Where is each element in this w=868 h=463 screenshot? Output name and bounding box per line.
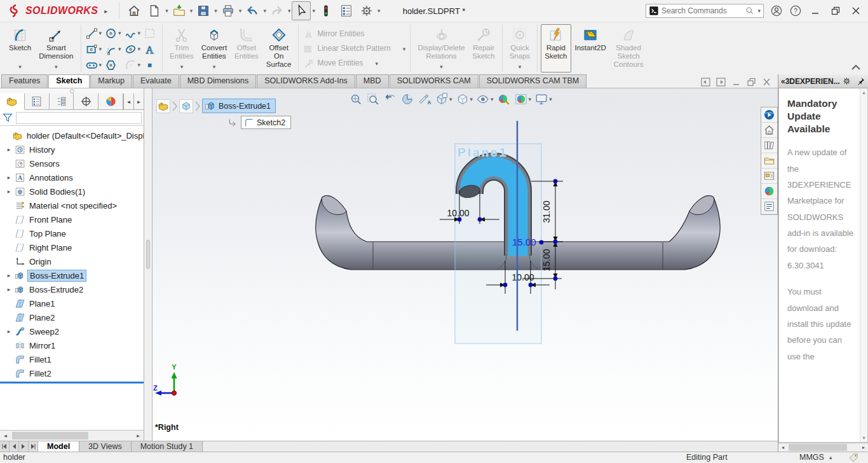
panel-tab-part[interactable] [0,93,25,110]
settings-gear-button[interactable] [357,1,376,20]
taskpane-tab-threedx-globe[interactable] [761,107,777,123]
dropdown-caret-icon[interactable]: ▾ [549,97,552,102]
tab-solidworks-add-ins[interactable]: SOLIDWORKS Add-Ins [257,74,355,88]
offset-on-surface-button[interactable]: Offset On Surface [262,24,295,73]
tile-left-icon[interactable] [701,78,710,86]
tree-item-mirror1[interactable]: Mirror1 [0,338,144,352]
dropdown-caret-icon[interactable]: ▾ [403,46,406,52]
open-button[interactable] [170,1,189,20]
dropdown-caret-icon[interactable]: ▾ [190,8,193,14]
print-button[interactable] [219,1,238,20]
task-pane-horizontal-scrollbar[interactable]: ◂ ▸ [778,443,868,452]
undo-button[interactable] [243,1,262,20]
first-tab-icon[interactable] [0,441,10,452]
units-selector[interactable]: MMGS ▴ [799,453,832,462]
panel-splitter[interactable] [144,88,153,441]
breadcrumb-sketch-segment[interactable]: Sketch2 [241,116,291,129]
tree-item-material-not-specified-[interactable]: Material <not specified> [0,198,144,212]
dropdown-caret-icon[interactable]: ▾ [165,8,168,14]
display-style-button[interactable]: ▾ [455,92,474,107]
dropdown-caret-icon[interactable]: ▾ [470,97,473,102]
tree-item-front-plane[interactable]: Front Plane [0,212,144,226]
dropdown-caret-icon[interactable]: ▾ [99,46,102,52]
user-account-icon[interactable] [770,4,783,17]
rollback-bar[interactable] [0,382,144,384]
dropdown-caret-icon[interactable]: ▾ [529,97,532,102]
dropdown-caret-icon[interactable]: ▾ [180,64,184,70]
search-input[interactable] [661,6,742,15]
text-tool-button[interactable]: A [142,43,159,56]
tree-item-sensors[interactable]: Sensors [0,156,144,170]
tree-expand-icon[interactable]: ▸ [5,328,13,335]
splitter-grip[interactable] [146,240,150,269]
shaded-sketch-contours-button[interactable]: Shaded Sketch Contours [610,24,648,73]
dropdown-caret-icon[interactable]: ▾ [263,8,266,14]
tree-item-history[interactable]: ▸History [0,142,144,156]
tree-root[interactable]: holder (Default<<Default>_Display St [0,128,144,142]
panel-tab-pm-list[interactable] [25,93,50,109]
tab-evaluate[interactable]: Evaluate [133,74,179,88]
polygon-tool-button[interactable] [104,59,122,72]
dropdown-caret-icon[interactable]: ▾ [99,62,102,68]
tree-item-plane1[interactable]: Plane1 [0,296,144,310]
minimize-button[interactable] [808,5,822,17]
sketch-fillet-button[interactable]: ▾ [123,59,142,72]
edit-appearance-button[interactable] [496,92,512,107]
tree-expand-icon[interactable]: ▸ [5,286,13,293]
tree-item-plane2[interactable]: Plane2 [0,310,144,324]
task-pane-vertical-scrollbar[interactable]: ▴ ▾ [860,88,867,442]
move-entities-button[interactable]: Move Entities▾ [302,57,407,70]
task-pane-header[interactable]: «3DEXPERIEN... [778,74,868,88]
doc-minimize-icon[interactable] [731,78,741,86]
redo-button[interactable] [268,1,287,20]
dropdown-caret-icon[interactable]: ▾ [377,8,381,14]
dropdown-caret-icon[interactable]: ▾ [118,31,121,36]
taskpane-tab-file-explorer[interactable] [761,153,777,169]
trim-entities-button[interactable]: Trim Entities▾ [166,24,198,73]
tab-markup[interactable]: Markup [90,74,132,88]
tree-expand-icon[interactable]: ▸ [5,188,13,195]
tree-item-fillet1[interactable]: Fillet1 [0,352,144,366]
dropdown-caret-icon[interactable]: ▾ [449,97,452,102]
tab-solidworks-cam[interactable]: SOLIDWORKS CAM [390,74,478,88]
tab-sketch[interactable]: Sketch [48,74,90,88]
taskpane-tab-appearances-sphere[interactable] [761,184,777,199]
tab-solidworks-cam-tbm[interactable]: SOLIDWORKS CAM TBM [479,74,587,88]
scroll-right-icon[interactable]: ▸ [133,431,144,441]
scrollbar-thumb[interactable] [12,432,88,439]
view-orientation-button[interactable]: ▾ [434,92,453,107]
collapse-ribbon-button[interactable] [850,63,862,72]
tree-item-boss-extrude2[interactable]: ▸Boss-Extrude2 [0,282,144,296]
section-view-button[interactable] [400,92,415,107]
dropdown-caret-icon[interactable]: ▾ [375,61,378,67]
slot-tool-button[interactable]: ▾ [85,59,103,72]
panel-tab-dimxpert-target[interactable] [74,93,98,109]
panel-scroll-right-icon[interactable]: ▸ [133,93,144,109]
dropdown-caret-icon[interactable]: ▾ [213,64,216,70]
dropdown-caret-icon[interactable]: ▾ [99,31,102,36]
scroll-down-icon[interactable]: ▾ [862,435,865,441]
help-icon[interactable]: ? [789,4,802,17]
tree-expand-icon[interactable]: ▸ [5,146,13,153]
restore-button[interactable] [829,5,843,17]
offset-entities-button[interactable]: Offset Entities [231,24,262,73]
search-icon[interactable] [745,6,755,16]
taskpane-tab-home-tab[interactable] [761,123,777,138]
dropdown-caret-icon[interactable]: ▾ [491,97,494,102]
rapid-sketch-button[interactable]: Rapid Sketch [541,24,571,73]
taskpane-tab-view-palette[interactable] [761,169,777,184]
display-delete-relations-button[interactable]: Display/Delete Relations▾ [414,24,468,73]
save-button[interactable] [194,1,213,20]
dropdown-caret-icon[interactable]: ▾ [18,64,22,70]
scroll-left-icon[interactable]: ◂ [0,431,11,441]
pin-icon[interactable] [856,76,865,86]
dropdown-caret-icon[interactable]: ▾ [138,62,141,68]
dim-stem-width-value[interactable]: 10.00 [512,272,534,282]
spline-tool-button[interactable]: ▾ [123,27,142,40]
tree-item-solid-bodies-1-[interactable]: ▸Solid Bodies(1) [0,184,144,198]
dim-upper-value[interactable]: 31.00 [541,200,552,223]
doc-tab-motion-study-1[interactable]: Motion Study 1 [132,441,203,452]
dropdown-caret-icon[interactable]: ▾ [288,8,291,14]
dropdown-caret-icon[interactable]: ▾ [138,46,141,52]
taskpane-tab-design-library[interactable] [761,138,777,153]
